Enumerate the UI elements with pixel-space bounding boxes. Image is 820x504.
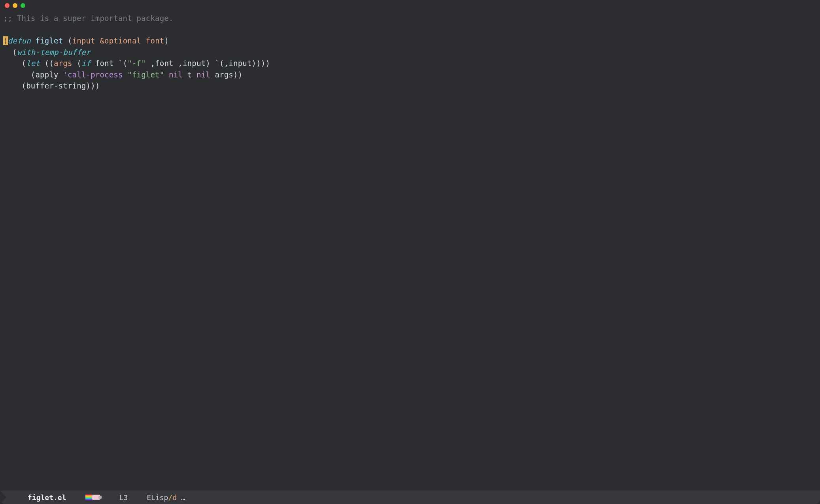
keyword-if: if (81, 59, 91, 68)
modeline-filename[interactable]: figlet.el (28, 492, 66, 503)
paren: ))) (86, 81, 100, 90)
window-zoom-button[interactable] (21, 3, 25, 8)
space (164, 70, 169, 79)
paren: ( (22, 81, 26, 90)
paren: (( (45, 59, 54, 68)
space (63, 36, 68, 45)
paren: ( (77, 59, 81, 68)
code-comment: ;; This is a super important package. (3, 14, 174, 23)
indent (3, 70, 31, 79)
paren: )))) (252, 59, 270, 68)
indent (3, 81, 22, 90)
nil2: nil (196, 70, 210, 79)
indent (3, 59, 22, 68)
unquote-font: ,font (151, 59, 174, 68)
paren: ) (206, 59, 210, 68)
modeline-submode: d (172, 493, 177, 502)
nil1: nil (169, 70, 183, 79)
space (210, 59, 215, 68)
space (183, 70, 187, 79)
keyword-let: let (26, 59, 40, 68)
modeline-major-mode: ELisp (147, 493, 168, 502)
code-editor[interactable]: ;; This is a super important package. (d… (0, 11, 820, 491)
unquote-input2: ,input (224, 59, 252, 68)
param-font: font (146, 36, 164, 45)
space (146, 59, 151, 68)
with-temp-buffer: with-temp-buffer (17, 48, 91, 56)
param-input: input (72, 36, 95, 45)
modeline-chevron-icon (0, 491, 6, 504)
nyan-body-icon (92, 495, 100, 500)
nyan-rainbow-icon (85, 495, 93, 500)
titlebar (0, 0, 820, 11)
paren: ( (68, 36, 72, 45)
editor-window: ;; This is a super important package. (d… (0, 0, 820, 504)
paren: )) (233, 70, 242, 79)
keyword-defun: defun (8, 36, 31, 45)
t: t (187, 70, 192, 79)
cursor-paren: ( (3, 36, 8, 45)
var-args: args (54, 59, 72, 68)
indent (3, 48, 12, 56)
space (192, 70, 196, 79)
modeline: figlet.el L3 ELisp/d … (0, 491, 820, 504)
space (91, 59, 95, 68)
backquote: `( (118, 59, 127, 68)
space (123, 70, 128, 79)
function-name: figlet (35, 36, 63, 45)
paren: ) (164, 36, 169, 45)
space (141, 36, 146, 45)
var-font: font (95, 59, 114, 68)
modeline-separator: / (168, 493, 172, 502)
paren: ( (31, 70, 36, 79)
backquote: `( (215, 59, 224, 68)
modeline-line-number: L3 (119, 492, 128, 503)
space (31, 36, 36, 45)
space (95, 36, 100, 45)
string-flag-f: "-f" (127, 59, 146, 68)
paren: ( (12, 48, 17, 56)
modeline-ellipsis: … (177, 493, 185, 502)
unquote-input: ,input (178, 59, 206, 68)
space (113, 59, 118, 68)
quoted-call-process: 'call-process (63, 70, 123, 79)
window-minimize-button[interactable] (13, 3, 17, 8)
nyan-cat-icon (85, 495, 100, 500)
space (59, 70, 63, 79)
space (40, 59, 45, 68)
string-figlet: "figlet" (127, 70, 164, 79)
modeline-mode: ELisp/d … (147, 492, 185, 503)
args-ref: args (215, 70, 233, 79)
window-close-button[interactable] (5, 3, 9, 8)
keyword-optional: &optional (100, 36, 141, 45)
space (72, 59, 77, 68)
space (174, 59, 178, 68)
paren: ( (22, 59, 26, 68)
space (210, 70, 215, 79)
apply: apply (35, 70, 58, 79)
buffer-string: buffer-string (26, 81, 86, 90)
